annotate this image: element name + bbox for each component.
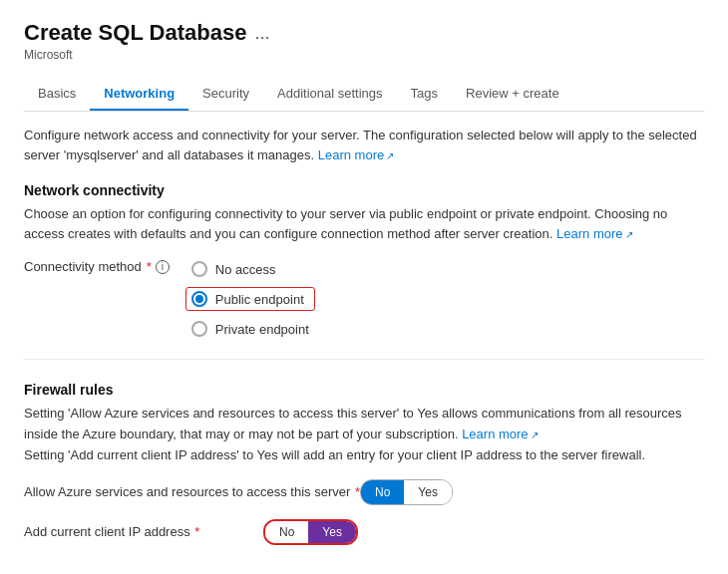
add-client-ip-toggle-container: No Yes <box>263 519 358 545</box>
add-client-ip-no-btn[interactable]: No <box>265 521 308 543</box>
allow-azure-row: Allow Azure services and resources to ac… <box>24 479 704 505</box>
required-star: * <box>147 259 152 274</box>
network-learn-more-link[interactable]: Learn more↗ <box>556 226 632 241</box>
connectivity-method-row: Connectivity method * i No access Public… <box>24 257 704 341</box>
firewall-section: Firewall rules Setting 'Allow Azure serv… <box>24 359 704 545</box>
radio-circle-private-endpoint <box>191 321 207 337</box>
network-connectivity-desc: Choose an option for configuring connect… <box>24 204 704 243</box>
tab-networking[interactable]: Networking <box>90 78 188 111</box>
connectivity-method-label: Connectivity method * i <box>24 257 170 274</box>
radio-no-access[interactable]: No access <box>185 257 315 281</box>
radio-circle-public-endpoint <box>191 291 207 307</box>
radio-label-private-endpoint: Private endpoint <box>215 322 309 337</box>
firewall-learn-more-link[interactable]: Learn more↗ <box>462 427 538 441</box>
allow-azure-yes-btn[interactable]: Yes <box>404 480 452 504</box>
radio-circle-no-access <box>191 261 207 277</box>
network-connectivity-title: Network connectivity <box>24 182 704 198</box>
tab-review-create[interactable]: Review + create <box>452 78 573 111</box>
add-client-ip-label: Add current client IP address * <box>24 523 263 541</box>
allow-azure-label: Allow Azure services and resources to ac… <box>24 483 360 501</box>
external-link-icon-2: ↗ <box>625 229 633 240</box>
external-link-icon: ↗ <box>386 150 394 161</box>
firewall-title: Firewall rules <box>24 382 704 398</box>
tab-additional-settings[interactable]: Additional settings <box>263 78 397 111</box>
tab-bar: Basics Networking Security Additional se… <box>24 78 704 112</box>
tab-basics[interactable]: Basics <box>24 78 90 111</box>
allow-azure-no-btn[interactable]: No <box>361 480 404 504</box>
add-client-ip-toggle[interactable]: No Yes <box>263 519 358 545</box>
tab-tags[interactable]: Tags <box>397 78 452 111</box>
external-link-icon-3: ↗ <box>531 430 539 440</box>
page-container: Create SQL Database ... Microsoft Basics… <box>0 0 728 565</box>
info-icon[interactable]: i <box>156 260 170 274</box>
intro-learn-more-link[interactable]: Learn more↗ <box>318 147 394 162</box>
tab-security[interactable]: Security <box>188 78 263 111</box>
radio-public-endpoint[interactable]: Public endpoint <box>185 287 315 311</box>
allow-azure-toggle[interactable]: No Yes <box>360 479 453 505</box>
radio-label-no-access: No access <box>215 262 276 277</box>
add-client-ip-row: Add current client IP address * No Yes <box>24 519 704 545</box>
required-star-3: * <box>194 524 199 539</box>
page-title: Create SQL Database <box>24 20 246 46</box>
radio-private-endpoint[interactable]: Private endpoint <box>185 317 315 341</box>
allow-azure-toggle-container: No Yes <box>360 479 453 505</box>
connectivity-radio-group: No access Public endpoint Private endpoi… <box>185 257 315 341</box>
intro-description: Configure network access and connectivit… <box>24 126 704 164</box>
page-subtitle: Microsoft <box>24 48 704 62</box>
ellipsis-menu-icon[interactable]: ... <box>254 23 269 44</box>
firewall-desc: Setting 'Allow Azure services and resour… <box>24 404 704 465</box>
add-client-ip-yes-btn[interactable]: Yes <box>308 521 356 543</box>
radio-label-public-endpoint: Public endpoint <box>215 292 304 307</box>
